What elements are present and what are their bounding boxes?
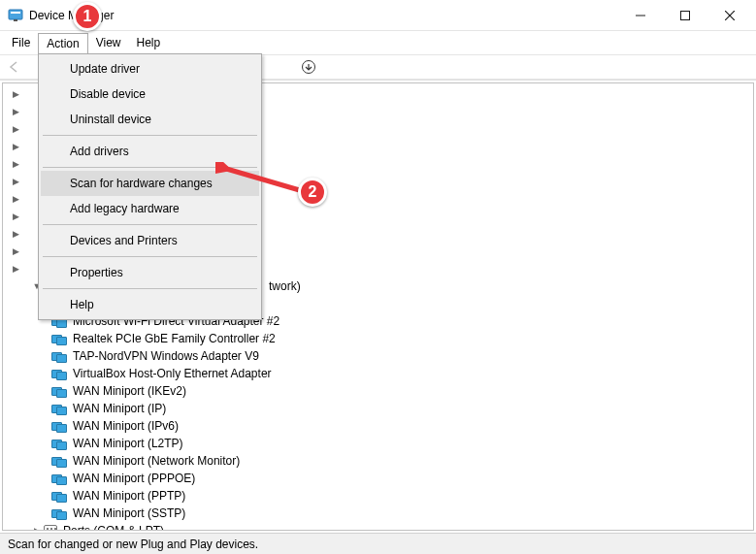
menu-devices-printers[interactable]: Devices and Printers [41,228,259,253]
chevron-right-icon: ▶ [11,229,20,239]
chevron-right-icon: ▶ [11,246,20,256]
chevron-right-icon: ▶ [11,124,20,134]
chevron-right-icon: ▶ [11,159,20,169]
ports-icon [44,525,57,531]
tree-item-label: WAN Miniport (SSTP) [71,506,187,520]
chevron-right-icon: ▶ [32,526,42,531]
chevron-right-icon: ▶ [11,212,20,221]
svg-rect-2 [14,19,17,21]
tree-item[interactable]: WAN Miniport (IPv6) [3,417,753,435]
tree-item-label: WAN Miniport (PPTP) [71,489,187,503]
tree-category-label: Ports (COM & LPT) [61,524,166,531]
tree-item-label: TAP-NordVPN Windows Adapter V9 [71,349,261,363]
tree-item-label: WAN Miniport (L2TP) [71,437,185,450]
tree-item[interactable]: Realtek PCIe GbE Family Controller #2 [3,330,753,347]
network-adapter-icon [51,455,67,467]
menu-uninstall-device[interactable]: Uninstall device [41,107,259,132]
svg-rect-4 [681,11,690,19]
svg-rect-1 [11,12,20,14]
network-adapter-icon [51,368,67,379]
tree-item-label: WAN Miniport (IKEv2) [71,384,188,398]
chevron-right-icon: ▶ [11,107,20,116]
menu-update-driver[interactable]: Update driver [41,56,259,81]
network-adapter-icon [51,403,67,414]
annotation-callout-2: 2 [298,178,327,207]
tree-item[interactable]: WAN Miniport (IKEv2) [3,382,753,400]
maximize-button[interactable] [663,0,707,31]
network-adapter-icon [51,438,67,449]
tree-item[interactable]: WAN Miniport (SSTP) [3,505,753,522]
tree-item[interactable]: WAN Miniport (PPTP) [3,487,753,505]
tree-item[interactable]: WAN Miniport (L2TP) [3,435,753,452]
uninstall-toolbar-button[interactable] [298,56,319,78]
chevron-right-icon: ▶ [11,142,20,151]
network-adapter-icon [51,473,67,484]
tree-item[interactable]: WAN Miniport (PPPOE) [3,470,753,487]
network-adapter-icon [51,507,67,519]
chevron-right-icon: ▶ [11,89,20,99]
chevron-right-icon: ▶ [11,194,20,204]
menu-properties[interactable]: Properties [41,260,259,285]
tree-item-label: WAN Miniport (PPPOE) [71,472,197,485]
network-adapter-icon [51,350,67,362]
status-text: Scan for changed or new Plug and Play de… [8,538,258,551]
tree-category-label: twork) [267,279,303,293]
tree-category-ports[interactable]: ▶Ports (COM & LPT) [3,522,753,531]
menu-view[interactable]: View [88,33,129,52]
network-adapter-icon [51,385,67,397]
tree-item-label: WAN Miniport (Network Monitor) [71,454,242,468]
menu-separator [43,135,257,136]
svg-line-8 [223,168,303,191]
app-icon [8,8,23,23]
tree-item[interactable]: WAN Miniport (IP) [3,400,753,417]
tree-item[interactable]: WAN Miniport (Network Monitor) [3,452,753,470]
menu-separator [43,256,257,257]
tree-item-label: Realtek PCIe GbE Family Controller #2 [71,332,278,345]
back-button[interactable] [4,56,25,78]
network-adapter-icon [51,420,67,432]
chevron-right-icon: ▶ [11,177,20,186]
menu-separator [43,224,257,225]
menu-separator [43,288,257,289]
menu-help[interactable]: Help [41,292,259,317]
menubar: File Action View Help [0,31,756,54]
close-button[interactable] [707,0,752,31]
titlebar: Device Manager [0,0,756,31]
chevron-right-icon: ▶ [11,264,20,274]
tree-item[interactable]: TAP-NordVPN Windows Adapter V9 [3,347,753,365]
tree-item-label: WAN Miniport (IPv6) [71,419,181,433]
annotation-callout-1: 1 [73,2,102,31]
network-adapter-icon [51,333,67,344]
menu-file[interactable]: File [4,33,38,52]
minimize-button[interactable] [618,0,663,31]
tree-item[interactable]: VirtualBox Host-Only Ethernet Adapter [3,365,753,382]
statusbar: Scan for changed or new Plug and Play de… [0,533,756,554]
tree-item-label: WAN Miniport (IP) [71,402,168,415]
menu-help[interactable]: Help [129,33,169,52]
tree-item-label: VirtualBox Host-Only Ethernet Adapter [71,367,274,380]
menu-action[interactable]: Action [38,33,87,53]
menu-add-drivers[interactable]: Add drivers [41,139,259,164]
svg-rect-0 [9,10,22,19]
menu-disable-device[interactable]: Disable device [41,81,259,107]
network-adapter-icon [51,490,67,502]
